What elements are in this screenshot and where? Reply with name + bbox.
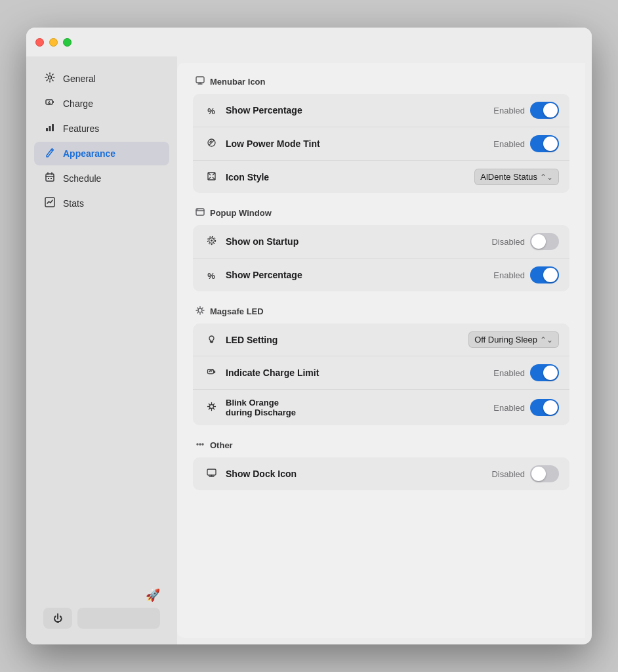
row-icon-show-dock-icon xyxy=(203,468,219,480)
section-header-other: Other xyxy=(193,440,569,451)
titlebar xyxy=(26,28,592,56)
toggle-indicate-charge-limit[interactable] xyxy=(530,364,559,381)
main-panel: Menubar Icon % Show Percentage Enabled L… xyxy=(177,63,585,638)
schedule-icon xyxy=(43,172,56,185)
sidebar-item-schedule[interactable]: Schedule xyxy=(34,167,169,190)
row-blink-orange: Blink Orange during Discharge Enabled xyxy=(193,390,569,425)
sidebar-item-appearance[interactable]: Appearance xyxy=(34,142,169,165)
svg-rect-6 xyxy=(46,174,54,181)
minimize-button[interactable] xyxy=(49,38,58,47)
toggle-show-dock-icon[interactable] xyxy=(530,465,559,482)
row-label-show-dock-icon: Show Dock Icon xyxy=(226,469,491,479)
row-icon-popup-show-percentage: % xyxy=(203,270,219,281)
section-label-magsafe-led: Magsafe LED xyxy=(210,306,264,316)
dropdown-led-setting[interactable]: Off During Sleep ⌃⌄ xyxy=(468,331,559,348)
row-label-indicate-charge-limit: Indicate Charge Limit xyxy=(226,368,493,378)
row-icon-show-on-startup xyxy=(203,236,219,247)
sidebar-item-general[interactable]: General xyxy=(34,67,169,91)
section-label-menubar-icon: Menubar Icon xyxy=(210,77,266,87)
svg-point-18 xyxy=(198,308,202,312)
row-label-show-percentage: Show Percentage xyxy=(226,105,493,116)
section-header-magsafe-led: Magsafe LED xyxy=(193,306,569,317)
svg-rect-8 xyxy=(51,178,52,179)
section-icon-other xyxy=(196,440,205,451)
status-low-power-tint: Enabled xyxy=(493,139,525,149)
svg-point-22 xyxy=(197,444,198,445)
row-popup-show-percentage: % Show Percentage Enabled xyxy=(193,259,569,291)
power-button[interactable]: ⏻ xyxy=(43,608,72,629)
sidebar-label-general: General xyxy=(63,74,96,84)
row-label-show-on-startup: Show on Startup xyxy=(226,236,491,247)
status-popup-show-percentage: Enabled xyxy=(493,270,525,280)
sidebar-label-schedule: Schedule xyxy=(63,173,101,184)
chevron-icon: ⌃⌄ xyxy=(540,173,553,182)
sidebar-nav: General Charge Features Appearance Sched… xyxy=(34,67,169,583)
section-header-popup-window: Popup Window xyxy=(193,207,569,219)
toggle-show-percentage[interactable] xyxy=(530,102,559,119)
chevron-icon: ⌃⌄ xyxy=(540,335,553,345)
toggle-low-power-tint[interactable] xyxy=(530,135,559,152)
svg-rect-13 xyxy=(196,209,204,215)
status-indicate-charge-limit: Enabled xyxy=(493,368,525,378)
status-blink-orange: Enabled xyxy=(493,403,525,413)
sidebar-item-stats[interactable]: Stats xyxy=(34,192,169,215)
license-button[interactable] xyxy=(77,608,160,629)
section-menubar-icon: Menubar Icon % Show Percentage Enabled L… xyxy=(193,76,569,193)
svg-rect-10 xyxy=(196,77,204,83)
main-window: General Charge Features Appearance Sched… xyxy=(26,28,592,644)
stats-icon xyxy=(43,197,56,210)
fullscreen-button[interactable] xyxy=(63,38,72,47)
row-sublabel-blink-orange: during Discharge xyxy=(226,408,493,417)
row-show-percentage: % Show Percentage Enabled xyxy=(193,94,569,127)
row-label-low-power-tint: Low Power Mode Tint xyxy=(226,138,493,149)
sidebar-item-features[interactable]: Features xyxy=(34,117,169,140)
dropdown-value-led-setting: Off During Sleep xyxy=(474,335,537,345)
row-show-dock-icon: Show Dock Icon Disabled xyxy=(193,457,569,490)
row-label-led-setting: LED Setting xyxy=(226,335,468,345)
section-label-other: Other xyxy=(210,440,233,450)
sidebar-label-features: Features xyxy=(63,123,99,134)
sidebar-buttons: ⏻ xyxy=(43,608,160,629)
row-label-icon-style: Icon Style xyxy=(226,172,474,182)
svg-rect-24 xyxy=(207,469,216,475)
card-other: Show Dock Icon Disabled xyxy=(193,457,569,490)
row-icon-show-percentage: % xyxy=(203,105,219,116)
dropdown-icon-style[interactable]: AlDente Status ⌃⌄ xyxy=(474,169,559,185)
section-magsafe-led: Magsafe LED LED Setting Off During Sleep… xyxy=(193,306,569,425)
sidebar-item-charge[interactable]: Charge xyxy=(34,92,169,116)
section-icon-menubar-icon xyxy=(196,76,205,87)
svg-rect-19 xyxy=(207,369,213,374)
sidebar: General Charge Features Appearance Sched… xyxy=(26,56,177,644)
appearance-icon xyxy=(43,147,56,160)
section-label-popup-window: Popup Window xyxy=(210,208,272,218)
toggle-popup-show-percentage[interactable] xyxy=(530,266,559,284)
content-area: General Charge Features Appearance Sched… xyxy=(26,56,592,644)
row-icon-led-setting xyxy=(203,334,219,346)
dropdown-value-icon-style: AlDente Status xyxy=(480,172,537,182)
sidebar-label-charge: Charge xyxy=(63,98,93,109)
row-icon-blink-orange xyxy=(203,402,219,413)
section-header-menubar-icon: Menubar Icon xyxy=(193,76,569,87)
row-led-setting: LED Setting Off During Sleep ⌃⌄ xyxy=(193,324,569,356)
rocket-icon: 🚀 xyxy=(146,588,160,602)
sidebar-label-appearance: Appearance xyxy=(63,148,115,159)
status-show-dock-icon: Disabled xyxy=(491,469,525,479)
close-button[interactable] xyxy=(35,38,44,47)
row-show-on-startup: Show on Startup Disabled xyxy=(193,225,569,259)
sidebar-footer: 🚀 ⏻ xyxy=(34,583,169,634)
svg-rect-7 xyxy=(48,178,49,179)
svg-point-21 xyxy=(199,444,201,445)
card-magsafe-led: LED Setting Off During Sleep ⌃⌄ Indicate… xyxy=(193,324,569,425)
card-menubar-icon: % Show Percentage Enabled Low Power Mode… xyxy=(193,94,569,193)
row-icon-low-power-tint xyxy=(203,138,219,150)
row-label-blink-orange: Blink Orange xyxy=(226,398,493,408)
toggle-blink-orange[interactable] xyxy=(530,399,559,416)
features-icon xyxy=(43,122,56,135)
row-indicate-charge-limit: Indicate Charge Limit Enabled xyxy=(193,356,569,390)
section-other: Other Show Dock Icon Disabled xyxy=(193,440,569,490)
status-show-percentage: Enabled xyxy=(493,106,525,116)
general-icon xyxy=(43,72,56,85)
row-icon-style: Icon Style AlDente Status ⌃⌄ xyxy=(193,161,569,193)
svg-point-0 xyxy=(49,76,52,79)
toggle-show-on-startup[interactable] xyxy=(530,233,559,250)
